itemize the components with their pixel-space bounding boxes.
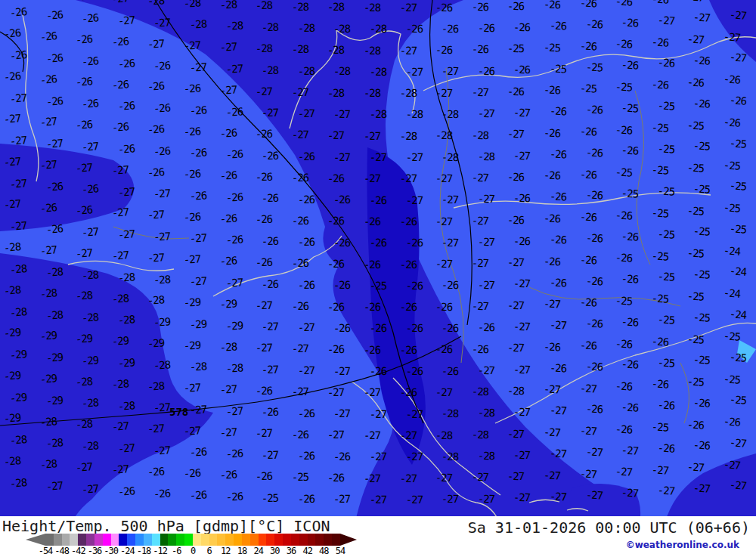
temp-value: -27 [219,42,237,53]
temp-value: -27 [153,444,171,456]
temp-value: -25 [657,271,674,283]
temp-value: -26 [585,318,603,330]
temp-value: -28 [364,45,380,55]
temp-value: -25 [729,138,746,150]
temp-value: -27 [111,207,129,218]
colorbar-segment [78,534,86,546]
temp-value: -27 [82,483,99,495]
temp-value: -28 [370,67,386,77]
temp-value: -28 [147,380,165,392]
colorbar-segment [168,534,176,546]
temp-value: -26 [256,257,273,268]
temp-value: -26 [585,147,603,158]
temp-value: -29 [76,333,93,345]
temp-value: -28 [82,440,99,452]
temp-value: -26 [621,231,639,242]
temp-value: -27 [579,426,596,437]
colorbar-segment [259,534,267,546]
valid-time-label: Sa 31-01-2026 00:00 UTC (06+66) [468,518,750,537]
temp-value: -26 [76,76,93,88]
temp-value: -26 [256,128,273,140]
temp-value: -26 [585,19,603,30]
temp-value: -27 [45,480,63,492]
temp-value: -25 [507,43,525,54]
temp-value: -28 [442,451,458,462]
temp-value: -27 [544,384,561,395]
temp-value: -26 [435,302,452,312]
temp-value: -26 [442,365,458,376]
temp-value: -29 [111,336,129,347]
temp-value: -26 [579,254,596,265]
colorbar-tick-label: 42 [302,546,311,554]
temp-value: -26 [184,468,201,479]
colorbar-segment [111,534,119,546]
temp-value: -27 [370,152,386,162]
temp-value: -26 [184,82,201,94]
temp-value: -26 [615,39,633,50]
temp-value: -28 [435,130,452,141]
temp-value: -26 [117,101,135,112]
colorbar-tick-label: 36 [287,546,296,554]
temp-value: -27 [3,198,20,210]
temp-value: -27 [262,321,279,333]
temp-value: -26 [579,0,596,9]
colorbar-tick-label: -18 [137,546,151,554]
temp-value: -28 [82,269,99,281]
temp-value: -25 [651,250,668,262]
colorbar-segment [62,534,70,546]
temp-value: -27 [82,141,99,153]
temp-value: -27 [472,215,489,226]
temp-value: -26 [117,485,135,497]
temp-value: -26 [153,487,171,499]
temp-value: -26 [405,323,422,333]
temp-value: -27 [550,491,567,502]
temp-value: -27 [333,152,350,162]
temp-value: -25 [693,311,711,323]
temp-value: -29 [225,320,243,331]
temp-value: -26 [219,255,237,267]
temp-value: -28 [298,23,315,33]
temp-value: -26 [333,194,350,205]
temp-value: -26 [225,191,243,203]
temp-value: -26 [76,119,93,131]
temp-value: -27 [184,382,201,394]
temp-value: -27 [117,186,135,197]
temp-value: -27 [657,485,674,497]
temp-value: -27 [117,229,135,240]
temp-value: -28 [111,378,129,389]
colorbar-tick-label: -48 [54,546,69,554]
temp-value: -26 [513,21,531,32]
temp-value: -25 [262,492,279,503]
temp-value: -26 [45,181,63,193]
color-scale [26,533,357,546]
temp-value: -29 [184,296,201,308]
temp-value: -25 [615,81,633,92]
temp-value: -27 [256,428,273,439]
temp-value: -26 [615,209,633,221]
temp-value: -26 [262,236,279,247]
temp-value: -26 [219,469,237,481]
temp-value: -27 [225,405,243,416]
temp-value: -28 [3,284,20,296]
temp-value: -25 [615,295,633,306]
temp-value: -27 [76,162,93,174]
temp-value: -25 [657,185,674,197]
temp-value: -27 [370,451,386,462]
temp-value: -25 [687,333,705,345]
colorbar-segment [103,534,111,546]
temp-value: -28 [225,20,243,32]
temp-value: -26 [544,170,561,181]
temp-value: -27 [82,226,99,238]
temp-value: -27 [477,279,494,289]
temp-value: -27 [405,409,422,419]
temp-value: -27 [256,342,273,354]
temp-value: -28 [399,131,416,141]
temp-value: -27 [405,494,422,505]
temp-value: -26 [45,10,63,22]
colorbar-segment [45,534,54,546]
temp-value: -26 [190,190,207,201]
temp-value: -26 [399,345,416,355]
temp-value: -27 [472,472,489,482]
temp-value: -28 [76,290,93,302]
temp-value: -26 [184,125,201,137]
